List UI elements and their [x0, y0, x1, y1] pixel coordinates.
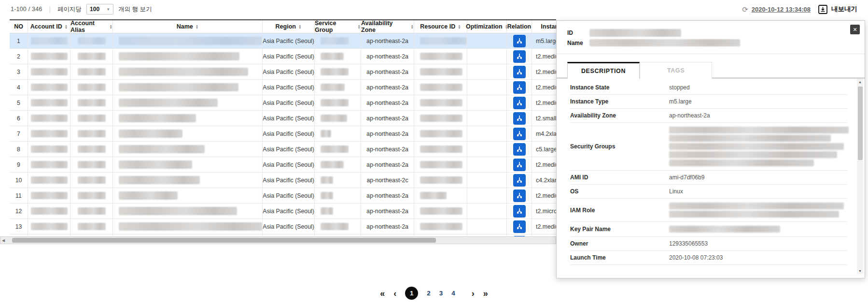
close-button[interactable]: ✕ — [850, 25, 860, 34]
panel-id-label: ID — [567, 29, 589, 36]
cell-region: Asia Pacific (Seoul) — [263, 33, 315, 48]
cell-account-alias-redacted — [70, 142, 113, 157]
table-row[interactable]: 5Asia Pacific (Seoul)ap-northeast-2at2.m… — [10, 95, 556, 111]
relation-button[interactable] — [513, 220, 526, 233]
redacted-block — [119, 68, 248, 76]
relation-button[interactable] — [513, 81, 526, 94]
table-row[interactable]: 2Asia Pacific (Seoul)ap-northeast-2at2.m… — [10, 49, 556, 64]
relation-icon — [516, 130, 523, 138]
relation-icon — [516, 207, 523, 215]
relation-button[interactable] — [513, 35, 526, 47]
toolbar-left: 1-100 / 346 | 페이지당 100 ▼ 개의 행 보기 — [11, 4, 152, 15]
page-button-3[interactable]: 3 — [439, 290, 443, 297]
cell-name-redacted — [113, 95, 263, 110]
scroll-up-arrow-icon[interactable]: ▲ — [857, 80, 863, 84]
cell-no: 11 — [10, 188, 28, 203]
cell-optimization — [467, 126, 507, 141]
cell-relation — [507, 95, 532, 110]
column-header-name[interactable]: Name▲▼ — [113, 20, 263, 33]
relation-button[interactable] — [513, 112, 526, 125]
field-value-redacted — [669, 126, 849, 167]
prev-page-button[interactable]: ‹ — [393, 289, 396, 298]
page-button-2[interactable]: 2 — [427, 290, 431, 297]
export-button[interactable]: 내보내기 — [818, 5, 857, 14]
relation-button[interactable] — [513, 128, 526, 140]
cell-relation — [507, 188, 532, 203]
scroll-down-arrow-icon[interactable]: ▼ — [857, 269, 863, 273]
cell-region: Asia Pacific (Seoul) — [263, 142, 315, 157]
cell-service-group-redacted — [315, 188, 361, 203]
panel-vertical-scrollbar[interactable]: ▲ ▼ — [857, 79, 863, 274]
column-header-account-id[interactable]: Account ID▲▼ — [28, 20, 70, 33]
cell-instance-type: t2.small — [532, 111, 556, 126]
table-row[interactable]: 7Asia Pacific (Seoul)ap-northeast-2am4.2… — [10, 126, 556, 142]
vertical-scrollbar-thumb[interactable] — [858, 87, 863, 160]
field-value: 129335065553 — [669, 240, 708, 247]
relation-button[interactable] — [513, 143, 526, 156]
next-page-button[interactable]: › — [472, 289, 475, 298]
field-label: Launch Time — [570, 254, 669, 261]
horizontal-scrollbar[interactable]: ◀ — [0, 236, 556, 244]
scroll-left-arrow-icon[interactable]: ◀ — [2, 238, 5, 243]
relation-button[interactable] — [513, 97, 526, 109]
redacted-block — [119, 145, 205, 153]
cell-resource-id-redacted — [414, 142, 467, 157]
cell-name-redacted — [113, 80, 263, 95]
redacted-block — [420, 207, 462, 215]
cell-resource-id-redacted — [414, 188, 467, 203]
horizontal-scrollbar-thumb[interactable] — [12, 238, 436, 243]
per-page-select[interactable]: 100 ▼ — [86, 4, 113, 15]
panel-id-row: ID — [567, 29, 854, 37]
cell-region: Asia Pacific (Seoul) — [263, 95, 315, 110]
table-row[interactable]: 4Asia Pacific (Seoul)ap-northeast-2at2.m… — [10, 80, 556, 95]
cell-region: Asia Pacific (Seoul) — [263, 64, 315, 79]
cell-account-id-redacted — [28, 157, 70, 172]
table-row[interactable]: 3Asia Pacific (Seoul)ap-northeast-2at2.m… — [10, 64, 556, 80]
last-page-button[interactable]: » — [483, 289, 488, 298]
page-button-1[interactable]: 1 — [405, 287, 418, 300]
redacted-block — [31, 176, 68, 184]
column-header-region[interactable]: Region▲▼ — [263, 20, 315, 33]
table-row[interactable]: 11Asia Pacific (Seoul)ap-northeast-2at2.… — [10, 188, 556, 204]
page-button-4[interactable]: 4 — [451, 290, 455, 297]
redacted-block — [78, 53, 106, 60]
tab-tags[interactable]: TAGS — [640, 62, 712, 79]
tab-description[interactable]: DESCRIPTION — [567, 62, 640, 79]
column-header-account-alias[interactable]: Account Alias▲▼ — [70, 20, 113, 33]
column-header-availability-zone[interactable]: Availability Zone▲▼ — [361, 20, 414, 33]
relation-button[interactable] — [513, 50, 526, 63]
chevron-down-icon: ▼ — [106, 7, 110, 12]
redacted-block — [321, 115, 347, 122]
cell-name-redacted — [113, 204, 263, 219]
column-header-optimization[interactable]: Optimization▲▼ — [467, 20, 507, 33]
column-header-service-group[interactable]: Service Group▲▼ — [315, 20, 361, 33]
cell-resource-id-redacted — [414, 219, 467, 234]
instance-detail-panel: ID Name ✕ DESCRIPTION TAGS Instance Stat… — [556, 20, 865, 278]
column-header-resource-id[interactable]: Resource ID▲▼ — [414, 20, 467, 33]
cell-no: 5 — [10, 95, 28, 110]
relation-button[interactable] — [513, 159, 526, 171]
cell-region: Asia Pacific (Seoul) — [263, 157, 315, 172]
table-row[interactable]: 9Asia Pacific (Seoul)ap-northeast-2at2.m… — [10, 157, 556, 173]
relation-button[interactable] — [513, 205, 526, 218]
cell-relation — [507, 157, 532, 172]
cell-account-alias-redacted — [70, 173, 113, 188]
relation-button[interactable] — [513, 66, 526, 78]
per-page-suffix-label: 개의 행 보기 — [118, 5, 152, 14]
redacted-block — [420, 115, 462, 122]
row-range-text: 1-100 / 346 — [11, 6, 42, 13]
table-row[interactable]: 10Asia Pacific (Seoul)ap-northeast-2cc4.… — [10, 173, 556, 188]
field-row-owner: Owner129335065553 — [570, 237, 847, 251]
panel-name-row: Name — [567, 39, 854, 46]
table-row[interactable]: 13Asia Pacific (Seoul)ap-northeast-2at2.… — [10, 219, 556, 234]
panel-id-value-redacted — [589, 29, 681, 37]
relation-button[interactable] — [513, 189, 526, 202]
table-row[interactable]: 1Asia Pacific (Seoul)ap-northeast-2am5.l… — [10, 33, 556, 49]
table-row[interactable]: 6Asia Pacific (Seoul)ap-northeast-2at2.s… — [10, 111, 556, 126]
redacted-block — [420, 84, 462, 91]
table-row[interactable]: 12Asia Pacific (Seoul)ap-northeast-2at2.… — [10, 204, 556, 219]
relation-button[interactable] — [513, 174, 526, 187]
first-page-button[interactable]: « — [380, 289, 385, 298]
refresh-control[interactable]: ⟳ 2020-10-12 13:34:08 — [742, 6, 811, 13]
table-row[interactable]: 8Asia Pacific (Seoul)ap-northeast-2ac5.l… — [10, 142, 556, 157]
